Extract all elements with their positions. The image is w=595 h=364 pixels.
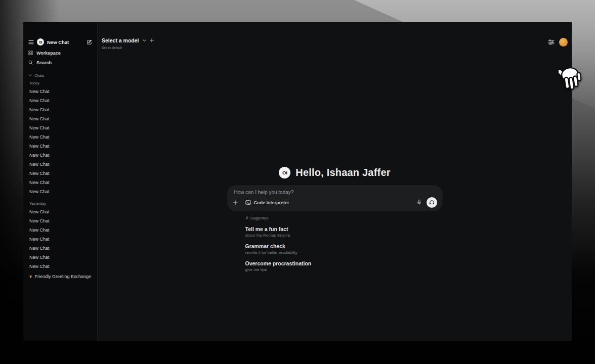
model-selector-label: Select a model (102, 37, 139, 43)
search-label: Search (36, 60, 52, 65)
chat-item[interactable]: New Chat (23, 216, 97, 225)
suggested-prompt[interactable]: Overcome procrastination give me tips (245, 260, 443, 272)
center-content: OI Hello, Ishaan Jaffer (98, 167, 572, 272)
chat-item[interactable]: New Chat (23, 151, 97, 160)
sidebar: OI New Chat Workspace (23, 22, 98, 341)
chat-group-label-today: Today (23, 80, 97, 87)
chat-item[interactable]: New Chat (23, 160, 97, 169)
code-interpreter-toggle[interactable]: Code Interpreter (245, 200, 289, 205)
suggested-prompt-title: Tell me a fun fact (245, 226, 443, 232)
chat-item-friendly-greeting[interactable]: Friendly Greeting Exchange (23, 272, 97, 281)
sidebar-item-workspace[interactable]: Workspace (23, 48, 97, 58)
chat-item[interactable]: New Chat (23, 169, 97, 178)
settings-button[interactable] (548, 39, 555, 45)
chat-item[interactable]: New Chat (23, 114, 97, 123)
app-logo-icon: OI (37, 38, 44, 46)
chat-item[interactable]: New Chat (23, 187, 97, 196)
search-icon (28, 60, 33, 65)
app-window: OI New Chat Workspace (23, 22, 572, 341)
plus-icon (150, 38, 154, 42)
chevron-down-icon (28, 74, 32, 76)
chevron-down-icon (143, 39, 146, 42)
microphone-icon (417, 199, 421, 206)
app-logo-icon: OI (279, 167, 290, 178)
sidebar-item-search[interactable]: Search (23, 58, 97, 67)
grid-icon (28, 51, 33, 55)
chat-item-title: Friendly Greeting Exchange (34, 274, 91, 279)
screen: OI New Chat Workspace (0, 0, 595, 364)
sidebar-toggle-button[interactable] (28, 40, 34, 44)
topbar-right (548, 38, 568, 47)
chat-item[interactable]: New Chat (23, 105, 97, 114)
sliders-icon (548, 39, 555, 45)
suggested-prompt[interactable]: Tell me a fun fact about the Roman Empir… (245, 226, 443, 238)
chat-item[interactable]: New Chat (23, 178, 97, 187)
chats-section-label: Chats (34, 73, 45, 78)
chat-item[interactable]: New Chat (23, 235, 97, 244)
chat-item[interactable]: New Chat (23, 207, 97, 216)
pencil-square-icon (87, 39, 92, 45)
cursor-hand-icon (559, 65, 584, 93)
suggested-section: Suggested Tell me a fun fact about the R… (227, 215, 443, 272)
terminal-icon (245, 200, 251, 205)
bolt-icon (245, 216, 248, 220)
input-toolbar: Code Interpreter (233, 197, 437, 208)
suggested-header: Suggested (245, 215, 443, 220)
sidebar-header: OI New Chat (23, 37, 97, 47)
plus-icon (233, 200, 238, 205)
greeting-text: Hello, Ishaan Jaffer (295, 167, 390, 178)
chat-list-today: New ChatNew ChatNew ChatNew ChatNew Chat… (23, 87, 97, 196)
main-area: Select a model Set as default (98, 22, 572, 341)
code-interpreter-label: Code Interpreter (254, 200, 289, 205)
message-input-box: Code Interpreter (227, 185, 443, 211)
voice-call-button[interactable] (427, 197, 437, 208)
user-avatar[interactable] (559, 38, 568, 47)
attach-button[interactable] (233, 200, 238, 205)
chat-list-yesterday: New ChatNew ChatNew ChatNew ChatNew Chat… (23, 207, 97, 271)
chat-item[interactable]: New Chat (23, 132, 97, 142)
chat-group-label-yesterday: Yesterday (23, 200, 97, 207)
new-chat-button[interactable] (87, 39, 92, 45)
message-input[interactable] (234, 188, 436, 197)
workspace-label: Workspace (36, 51, 61, 56)
model-selector[interactable]: Select a model (102, 37, 154, 43)
voice-input-button[interactable] (417, 199, 421, 206)
suggested-label: Suggested (250, 216, 269, 220)
sidebar-title: New Chat (47, 39, 69, 45)
suggested-prompt[interactable]: Grammar check rewrite it for better read… (245, 243, 443, 255)
chat-item[interactable]: New Chat (23, 244, 97, 253)
headphones-icon (429, 200, 435, 205)
suggested-list: Tell me a fun fact about the Roman Empir… (245, 226, 443, 272)
wave-emoji-icon (29, 274, 32, 279)
topbar: Select a model Set as default (102, 37, 154, 50)
add-model-button[interactable] (150, 38, 154, 42)
chat-item[interactable]: New Chat (23, 225, 97, 235)
chats-section-toggle[interactable]: Chats (23, 72, 97, 79)
set-as-default-button[interactable]: Set as default (102, 46, 154, 50)
chat-item[interactable]: New Chat (23, 87, 97, 96)
chat-item[interactable]: New Chat (23, 96, 97, 105)
chat-item[interactable]: New Chat (23, 142, 97, 151)
chat-item[interactable]: New Chat (23, 123, 97, 132)
suggested-prompt-title: Overcome procrastination (245, 260, 443, 266)
suggested-prompt-subtitle: rewrite it for better readability (245, 250, 443, 255)
chat-item[interactable]: New Chat (23, 262, 97, 271)
chat-item[interactable]: New Chat (23, 253, 97, 262)
suggested-prompt-subtitle: about the Roman Empire (245, 233, 443, 238)
greeting-row: OI Hello, Ishaan Jaffer (279, 167, 390, 178)
suggested-prompt-subtitle: give me tips (245, 267, 443, 272)
hamburger-icon (28, 40, 34, 44)
suggested-prompt-title: Grammar check (245, 243, 443, 249)
